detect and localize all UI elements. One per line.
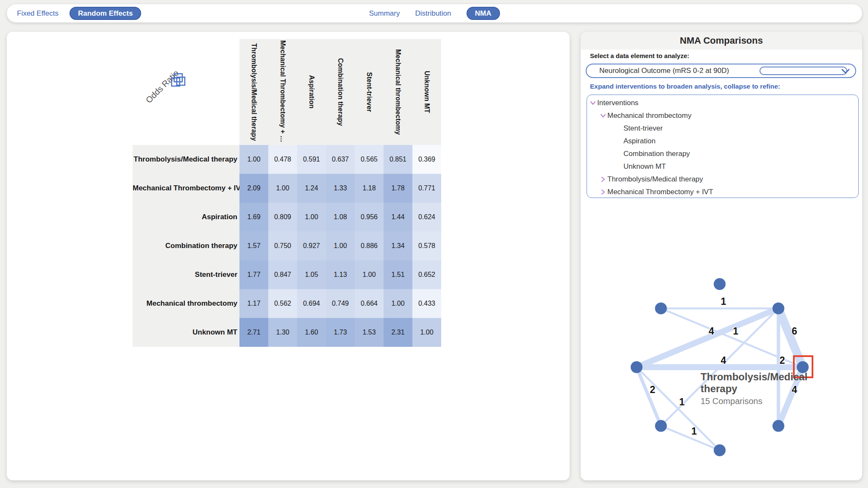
- matrix-column-header-label: Aspiration: [308, 75, 315, 109]
- matrix-row-label: Aspiration: [133, 203, 239, 231]
- matrix-cell: 1.18: [355, 174, 384, 203]
- matrix-column-header: Mechanical Thrombectomy + IVT: [268, 39, 297, 145]
- random-effects-tab[interactable]: Random Effects: [70, 7, 141, 20]
- matrix-row-label: Mechanical Thrombectomy + IVT: [133, 174, 239, 203]
- matrix-cell: 1.33: [326, 174, 355, 203]
- matrix-cell: 1.44: [384, 203, 412, 231]
- edge-weight-label: 6: [792, 326, 797, 337]
- matrix-cell: 1.30: [268, 318, 297, 347]
- matrix-cell: 0.369: [412, 145, 441, 174]
- matrix-cell: 0.624: [412, 203, 441, 231]
- matrix-cell: 1.00: [412, 318, 441, 347]
- tab-summary[interactable]: Summary: [369, 9, 400, 18]
- matrix-cell: 0.591: [297, 145, 326, 174]
- matrix-column-header: Mechanical thrombectomy: [384, 39, 412, 145]
- matrix-cell: 1.00: [297, 203, 326, 231]
- matrix-column-header: Aspiration: [297, 39, 326, 145]
- matrix-cell: 0.771: [412, 174, 441, 203]
- matrix-row: Thrombolysis/Medical therapy1.000.4780.5…: [133, 145, 441, 174]
- matrix-cell: 0.749: [326, 289, 355, 318]
- network-edge: [637, 367, 661, 426]
- matrix-cell: 0.478: [268, 145, 297, 174]
- matrix-cell: 1.08: [326, 203, 355, 231]
- network-edge: [637, 308, 779, 367]
- matrix-column-header-label: Stent-triever: [365, 72, 373, 112]
- matrix-row-label: Mechanical thrombectomy: [133, 289, 239, 318]
- odds-ratio-matrix-card: Odds Ratio Thrombolysis/Medical therapyM…: [7, 32, 570, 480]
- matrix-column-header-label: Mechanical thrombectomy: [394, 49, 402, 135]
- matrix-cell: 1.17: [239, 289, 268, 318]
- matrix-cell: 1.00: [268, 174, 297, 203]
- effects-toggle-group: Fixed Effects Random Effects: [17, 7, 141, 20]
- edge-weight-label: 4: [721, 355, 726, 366]
- matrix-row-label: Stent-triever: [133, 260, 239, 289]
- tab-distribution[interactable]: Distribution: [415, 9, 451, 18]
- edge-weight-label: 4: [709, 326, 714, 337]
- matrix-cell: 0.652: [412, 260, 441, 289]
- matrix-cell: 0.886: [355, 231, 384, 260]
- network-node-top[interactable]: [714, 278, 726, 290]
- edge-weight-label: 1: [679, 396, 685, 407]
- matrix-cell: 0.847: [268, 260, 297, 289]
- matrix-row: Unknown MT2.711.301.601.731.532.311.00: [133, 318, 441, 347]
- network-node-lower-left[interactable]: [655, 420, 667, 432]
- edge-weight-label: 1: [733, 326, 738, 337]
- matrix-column-header-label: Thrombolysis/Medical therapy: [250, 43, 258, 141]
- matrix-cell: 1.53: [355, 318, 384, 347]
- matrix-cell: 0.433: [412, 289, 441, 318]
- matrix-column-header: Stent-triever: [355, 39, 384, 145]
- edge-weight-label: 2: [779, 355, 785, 366]
- matrix-cell: 0.565: [355, 145, 384, 174]
- matrix-column-header-label: Combination therapy: [337, 58, 344, 126]
- matrix-row-label: Combination therapy: [133, 231, 239, 260]
- matrix-cell: 0.750: [268, 231, 297, 260]
- matrix-column-header: Combination therapy: [326, 39, 355, 145]
- network-node-upper-right[interactable]: [773, 302, 785, 314]
- matrix-cell: 1.57: [239, 231, 268, 260]
- matrix-column-header-label: Unknown MT: [423, 71, 431, 113]
- matrix-cell: 1.00: [239, 145, 268, 174]
- network-edge: [779, 367, 803, 426]
- matrix-cell: 0.664: [355, 289, 384, 318]
- matrix-cell: 2.09: [239, 174, 268, 203]
- network-node-lower-right[interactable]: [773, 420, 785, 432]
- matrix-cell: 1.13: [326, 260, 355, 289]
- matrix-cell: 1.00: [384, 289, 412, 318]
- matrix-column-header-label: Mechanical Thrombectomy + IVT: [279, 40, 287, 144]
- matrix-row: Mechanical thrombectomy1.170.5620.6940.7…: [133, 289, 441, 318]
- matrix-row-label: Unknown MT: [133, 318, 239, 347]
- fixed-effects-tab[interactable]: Fixed Effects: [17, 9, 58, 18]
- edge-weight-label: 1: [721, 296, 726, 307]
- tab-nma[interactable]: NMA: [467, 7, 500, 20]
- matrix-cell: 0.809: [268, 203, 297, 231]
- network-node-right[interactable]: [797, 361, 809, 373]
- matrix-cell: 0.578: [412, 231, 441, 260]
- network-node-upper-left[interactable]: [655, 302, 667, 314]
- top-bar: Fixed Effects Random Effects Summary Dis…: [7, 4, 862, 22]
- network-node-bottom[interactable]: [714, 444, 726, 456]
- matrix-row: Mechanical Thrombectomy + IVT2.091.001.2…: [133, 174, 441, 203]
- matrix-cell: 1.24: [297, 174, 326, 203]
- matrix-row: Aspiration1.690.8091.001.080.9561.440.62…: [133, 203, 441, 231]
- matrix-cell: 1.00: [355, 260, 384, 289]
- matrix-cell: 1.00: [326, 231, 355, 260]
- matrix-column-header: Thrombolysis/Medical therapy: [239, 39, 268, 145]
- matrix-cell: 1.78: [384, 174, 412, 203]
- matrix-cell: 0.637: [326, 145, 355, 174]
- matrix-column-header: Unknown MT: [412, 39, 441, 145]
- matrix-cell: 1.05: [297, 260, 326, 289]
- matrix-cell: 0.851: [384, 145, 412, 174]
- matrix-cell: 0.956: [355, 203, 384, 231]
- overlapping-squares-icon: [170, 72, 187, 91]
- edge-weight-label: 4: [792, 384, 797, 395]
- matrix-row-label: Thrombolysis/Medical therapy: [133, 145, 239, 174]
- network-node-mid-left[interactable]: [631, 361, 643, 373]
- matrix-cell: 1.34: [384, 231, 412, 260]
- matrix-column-headers: Thrombolysis/Medical therapyMechanical T…: [239, 39, 441, 145]
- edge-weight-label: 2: [650, 384, 655, 395]
- matrix-cell: 1.73: [326, 318, 355, 347]
- matrix-row: Stent-triever1.770.8471.051.131.001.510.…: [133, 260, 441, 289]
- matrix-row: Combination therapy1.570.7500.9271.000.8…: [133, 231, 441, 260]
- nma-network-graph: 1416422114: [581, 32, 862, 480]
- view-tabs-group: Summary Distribution NMA: [369, 4, 500, 22]
